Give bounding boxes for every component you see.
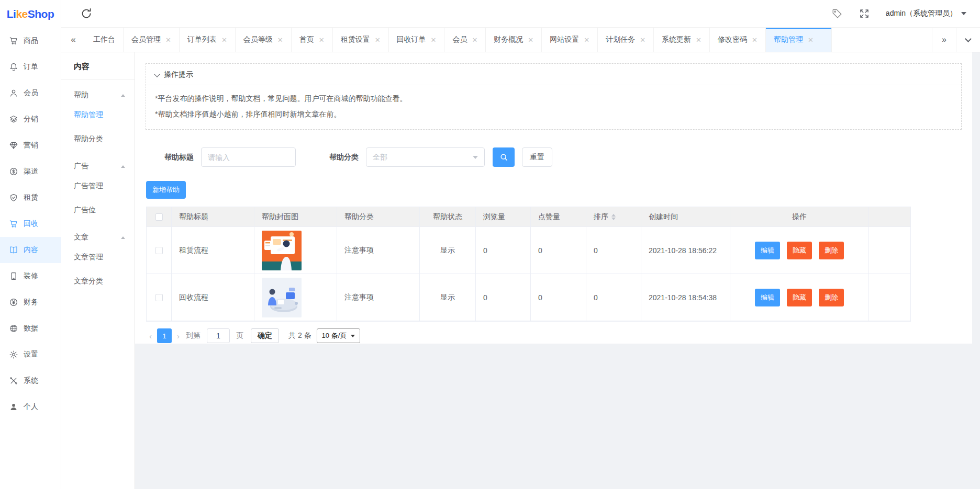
select-all-checkbox[interactable] [155,213,163,221]
submenu-item-ad-slot[interactable]: 广告位 [61,198,135,222]
confirm-button[interactable]: 确定 [251,328,279,343]
sidebar-item-leasing[interactable]: 租赁 [0,185,61,211]
phone-icon [9,271,18,281]
tab-change-password[interactable]: 修改密码✕ [710,28,766,52]
sidebar-item-profile[interactable]: 个人 [0,394,61,420]
close-icon[interactable]: ✕ [221,37,227,43]
tip-line: *平台发布的操作说明，帮助文档，常见问题。用户可在商城的帮助功能查看。 [155,90,952,106]
help-sort: 0 [586,227,641,274]
search-form: 帮助标题 帮助分类 全部 重置 [164,147,972,167]
search-button[interactable] [493,147,515,167]
tabs-menu-button[interactable] [956,28,980,52]
close-icon[interactable]: ✕ [696,37,701,43]
close-icon[interactable]: ✕ [584,37,589,43]
admin-dropdown[interactable]: admin（系统管理员） [886,9,966,18]
sidebar-item-system[interactable]: 系统 [0,368,61,394]
edit-button[interactable]: 编辑 [755,242,780,259]
tab-finance-overview[interactable]: 财务概况✕ [486,28,542,52]
close-icon[interactable]: ✕ [640,37,645,43]
tab-help-manage[interactable]: 帮助管理✕ [766,28,832,52]
close-icon[interactable]: ✕ [528,37,533,43]
submenu-item-article-manage[interactable]: 文章管理 [61,245,135,269]
close-icon[interactable]: ✕ [752,37,758,43]
person-filled-icon [9,402,18,412]
tab-site-settings[interactable]: 网站设置✕ [542,28,598,52]
tab-workbench[interactable]: 工作台 [85,28,124,52]
per-page-select[interactable]: 10 条/页 [317,328,361,343]
close-icon[interactable]: ✕ [165,37,171,43]
submenu-group-help[interactable]: 帮助 [61,80,135,103]
add-help-button[interactable]: 新增帮助 [146,181,186,199]
tab-member-manage[interactable]: 会员管理✕ [124,28,180,52]
close-icon[interactable]: ✕ [808,37,814,43]
tab-home[interactable]: 首页✕ [292,28,333,52]
close-icon[interactable]: ✕ [472,37,477,43]
tip-line: *帮助文档排序值越小越前，排序值相同时新增文章在前。 [155,106,952,122]
prev-page-icon[interactable]: ‹ [146,332,155,340]
col-actions: 操作 [730,207,869,227]
tag-icon[interactable] [831,8,843,19]
page-number[interactable]: 1 [157,328,172,343]
help-category-select[interactable]: 全部 [366,147,485,167]
sidebar-item-orders[interactable]: 订单 [0,54,61,80]
tabs-scroll-right[interactable]: » [932,28,956,52]
delete-button[interactable]: 删除 [819,242,844,259]
tab-member[interactable]: 会员✕ [444,28,486,52]
goto-page-input[interactable] [207,328,230,343]
row-checkbox[interactable] [155,247,163,254]
sidebar-item-marketing[interactable]: 营销 [0,132,61,158]
sidebar-item-finance[interactable]: 财务 [0,289,61,315]
sidebar-item-distribution[interactable]: 分销 [0,106,61,132]
next-page-icon[interactable]: › [174,332,183,340]
help-title-label: 帮助标题 [164,153,194,162]
close-icon[interactable]: ✕ [319,37,325,43]
submenu-title: 内容 [61,52,135,80]
edit-button[interactable]: 编辑 [755,289,780,306]
tab-system-update[interactable]: 系统更新✕ [654,28,710,52]
submenu-group-article[interactable]: 文章 [61,222,135,245]
chevron-down-icon [965,36,972,42]
close-icon[interactable]: ✕ [277,37,283,43]
submenu-item-ad-manage[interactable]: 广告管理 [61,174,135,198]
pagination: ‹ 1 › 到第 页 确定 共 2 条 10 条/页 [146,328,972,343]
delete-button[interactable]: 删除 [819,289,844,306]
sidebar-item-members[interactable]: 会员 [0,80,61,106]
tips-body: *平台发布的操作说明，帮助文档，常见问题。用户可在商城的帮助功能查看。 *帮助文… [146,85,961,129]
cart-icon [9,36,18,46]
tab-lease-settings[interactable]: 租赁设置✕ [333,28,389,52]
submenu-item-article-category[interactable]: 文章分类 [61,269,135,293]
tab-recycle-orders[interactable]: 回收订单✕ [389,28,445,52]
row-checkbox[interactable] [155,294,163,301]
close-icon[interactable]: ✕ [375,37,381,43]
submenu-item-help-manage[interactable]: 帮助管理 [61,103,135,127]
sidebar-item-channels[interactable]: 渠道 [0,158,61,185]
tabs-collapse-left[interactable]: « [61,28,85,52]
sidebar-item-decoration[interactable]: 装修 [0,263,61,289]
tab-scheduled-tasks[interactable]: 计划任务✕ [598,28,654,52]
sidebar-item-recycle[interactable]: 回收 [0,211,61,237]
hide-button[interactable]: 隐藏 [787,289,812,306]
tab-order-list[interactable]: 订单列表✕ [180,28,236,52]
sidebar-item-settings[interactable]: 设置 [0,342,61,368]
tips-title: 操作提示 [164,70,193,79]
col-help-category: 帮助分类 [337,207,420,227]
dollar-circle-icon [9,167,18,176]
tips-header[interactable]: 操作提示 [146,64,961,85]
sidebar-item-goods[interactable]: 商品 [0,28,61,54]
refresh-icon[interactable] [80,7,93,20]
submenu-group-ad[interactable]: 广告 [61,151,135,174]
sidebar-item-data[interactable]: 数据 [0,315,61,342]
fullscreen-icon[interactable] [859,8,870,19]
close-icon[interactable]: ✕ [431,37,437,43]
sort-icon[interactable] [611,214,616,220]
total-count: 共 2 条 [288,331,311,340]
hide-button[interactable]: 隐藏 [787,242,812,259]
help-title-input[interactable] [201,147,296,167]
submenu-item-help-category[interactable]: 帮助分类 [61,127,135,151]
caret-down-icon [351,335,355,337]
sidebar-item-content[interactable]: 内容 [0,237,61,263]
layers-icon [9,115,18,124]
reset-button[interactable]: 重置 [522,147,552,167]
help-title: 租赁流程 [172,227,254,274]
tab-member-level[interactable]: 会员等级✕ [236,28,292,52]
